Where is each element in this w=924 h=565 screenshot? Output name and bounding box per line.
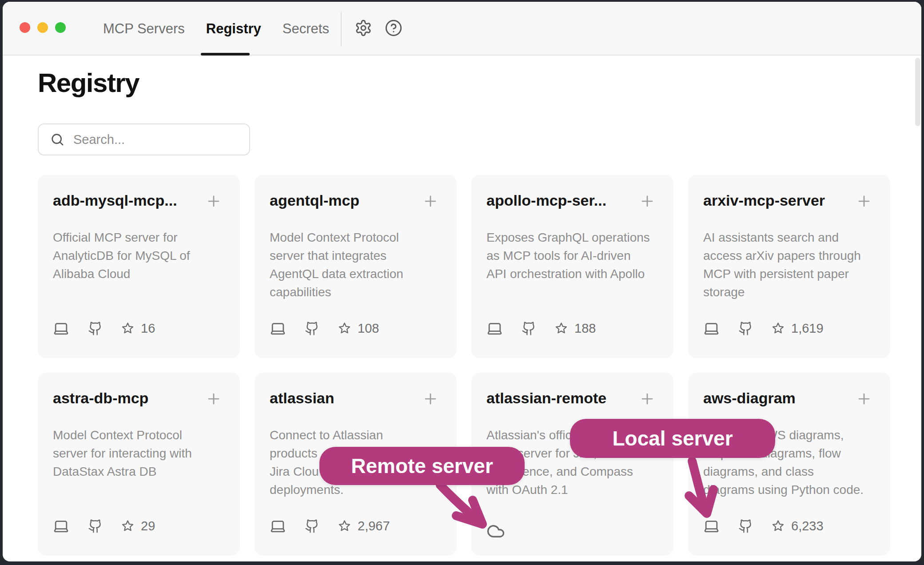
card-footer: 16 (53, 319, 155, 337)
active-tab-indicator (201, 53, 250, 56)
server-name: arxiv-mcp-server (703, 192, 849, 209)
main-tabs: MCP Servers Registry Secrets (103, 2, 329, 56)
search-box (38, 123, 250, 155)
server-name: atlassian (270, 390, 416, 407)
cloud-icon (486, 522, 505, 541)
server-description: Model Context Protocol server that integ… (270, 228, 445, 301)
server-name: atlassian-remote (486, 390, 633, 407)
add-server-button[interactable] (205, 193, 222, 210)
card-footer (486, 517, 505, 535)
star-icon (121, 322, 134, 335)
laptop-icon (53, 518, 69, 534)
tab-registry[interactable]: Registry (206, 21, 261, 37)
laptop-icon (270, 320, 286, 337)
server-card-grid: adb-mysql-mcp... Official MCP server for… (38, 175, 890, 556)
add-server-button[interactable] (422, 193, 439, 210)
add-server-button[interactable] (639, 390, 656, 407)
star-icon (772, 322, 785, 335)
stars-count: 1,619 (791, 321, 824, 336)
github-icon (305, 321, 319, 336)
toolbar-divider (341, 12, 342, 46)
laptop-icon (270, 518, 286, 534)
server-name: astra-db-mcp (53, 390, 199, 407)
github-icon (522, 321, 536, 336)
github-icon (88, 321, 103, 336)
card-footer: 6,233 (703, 517, 824, 535)
server-description: AI assistants search and access arXiv pa… (703, 228, 879, 301)
vertical-scrollbar-thumb[interactable] (915, 58, 920, 126)
star-icon (121, 520, 134, 533)
card-footer: 188 (486, 319, 596, 337)
stars-count: 6,233 (791, 519, 824, 533)
laptop-icon (703, 320, 720, 337)
laptop-icon (53, 320, 69, 337)
add-server-button[interactable] (422, 390, 439, 407)
server-description: Model Context Protocol server for intera… (53, 426, 228, 481)
server-card-adb-mysql-mcp[interactable]: adb-mysql-mcp... Official MCP server for… (38, 175, 240, 358)
server-name: agentql-mcp (270, 192, 416, 209)
github-icon (738, 519, 753, 533)
page-title: Registry (38, 68, 139, 98)
server-name: aws-diagram (703, 390, 849, 407)
card-footer: 108 (270, 319, 379, 337)
search-icon (50, 132, 64, 147)
minimize-window-button[interactable] (37, 22, 48, 33)
server-card-astra-db-mcp[interactable]: astra-db-mcp Model Context Protocol serv… (38, 373, 240, 556)
card-footer: 1,619 (703, 319, 824, 337)
stars-count: 29 (141, 519, 155, 533)
add-server-button[interactable] (856, 390, 872, 407)
server-name: adb-mysql-mcp... (53, 192, 199, 209)
gear-icon[interactable] (354, 19, 372, 37)
laptop-icon (486, 320, 503, 337)
github-icon (305, 519, 319, 533)
server-name: apollo-mcp-ser... (486, 192, 633, 209)
add-server-button[interactable] (639, 193, 656, 210)
remote-server-callout: Remote server (319, 447, 525, 485)
star-icon (555, 322, 568, 335)
stars-count: 188 (574, 321, 596, 336)
github-icon (88, 519, 103, 533)
local-server-callout: Local server (570, 419, 775, 458)
stars-count: 2,967 (358, 519, 390, 533)
server-card-agentql-mcp[interactable]: agentql-mcp Model Context Protocol serve… (255, 175, 457, 358)
laptop-icon (703, 518, 720, 534)
add-server-button[interactable] (856, 193, 872, 210)
server-description: Official MCP server for AnalyticDB for M… (53, 228, 228, 283)
card-footer: 2,967 (270, 517, 390, 535)
close-window-button[interactable] (20, 22, 30, 33)
add-server-button[interactable] (205, 390, 222, 407)
server-description: Exposes GraphQL operations as MCP tools … (486, 228, 662, 283)
search-input[interactable] (73, 132, 242, 147)
star-icon (338, 520, 351, 533)
github-icon (738, 321, 753, 336)
stars-count: 108 (358, 321, 379, 336)
tab-secrets[interactable]: Secrets (283, 21, 329, 37)
app-window: MCP Servers Registry Secrets Registry ad… (3, 2, 921, 561)
title-bar: MCP Servers Registry Secrets (3, 2, 921, 56)
tab-mcp-servers[interactable]: MCP Servers (103, 21, 185, 37)
card-footer: 29 (53, 517, 155, 535)
server-card-aws-diagram[interactable]: aws-diagram Generate AWS diagrams, seque… (688, 373, 890, 556)
server-card-apollo-mcp-server[interactable]: apollo-mcp-ser... Exposes GraphQL operat… (471, 175, 673, 358)
star-icon (772, 520, 785, 533)
stars-count: 16 (141, 321, 155, 336)
zoom-window-button[interactable] (55, 22, 66, 33)
help-icon[interactable] (385, 19, 402, 37)
star-icon (338, 322, 351, 335)
server-card-arxiv-mcp-server[interactable]: arxiv-mcp-server AI assistants search an… (688, 175, 890, 358)
